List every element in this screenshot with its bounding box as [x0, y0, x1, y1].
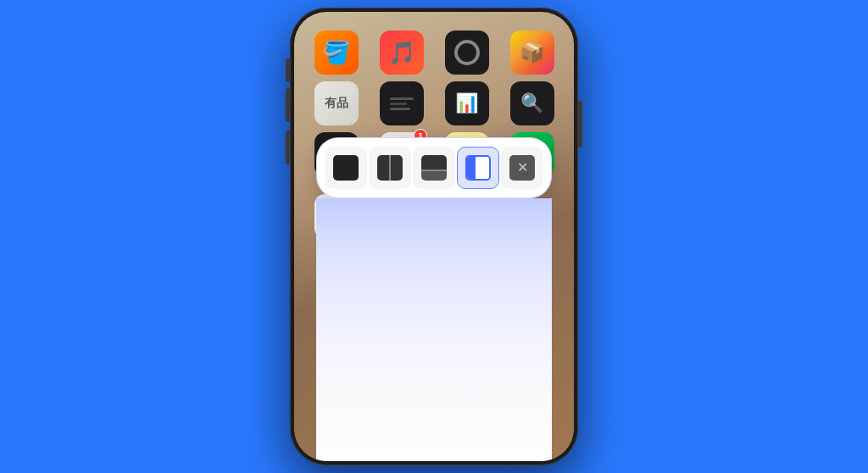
app-icon-brush[interactable]: 🪣 [306, 31, 366, 75]
toolbar-popup: ✕ [316, 137, 552, 461]
phone-body: 🪣 🎵 📦 有品 [290, 8, 578, 465]
phone-frame: 🪣 🎵 📦 有品 [269, 8, 599, 465]
status-bar [294, 12, 574, 27]
volume-down-button [286, 131, 290, 164]
app-icon-health[interactable]: 📊 [437, 81, 497, 125]
app-icon-youpin[interactable] [371, 81, 431, 125]
toolbar-full-screen-button[interactable] [325, 147, 367, 189]
power-button [578, 101, 582, 147]
toolbar-split-vertical-button[interactable] [369, 147, 411, 189]
toolbar-preview-panel [316, 198, 552, 461]
toolbar-bar: ✕ [316, 137, 552, 198]
app-icon-scan[interactable]: 🔍 [502, 81, 562, 125]
volume-up-button [286, 88, 290, 122]
toolbar-close-button[interactable]: ✕ [501, 147, 543, 189]
app-icon-music[interactable]: 🎵 [371, 31, 431, 75]
app-icon-wallet[interactable]: 有品 [306, 81, 366, 125]
phone-screen: 🪣 🎵 📦 有品 [294, 12, 574, 461]
toolbar-sidebar-button[interactable] [457, 147, 499, 189]
app-icon-black1[interactable]: 📦 [502, 31, 562, 75]
toolbar-split-horizontal-button[interactable] [413, 147, 455, 189]
app-icon-circle[interactable] [437, 31, 497, 75]
mute-button [286, 58, 290, 82]
